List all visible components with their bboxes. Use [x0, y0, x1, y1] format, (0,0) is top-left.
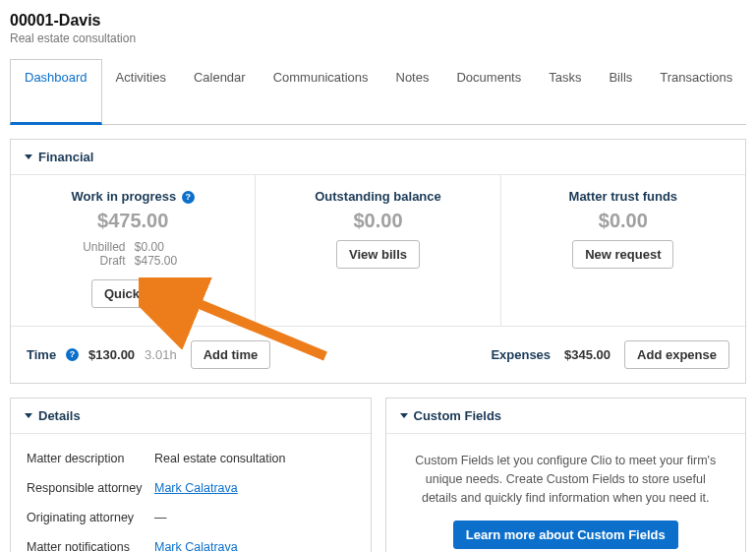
learn-more-button[interactable]: Learn more about Custom Fields — [453, 521, 678, 549]
wip-title: Work in progress — [72, 189, 177, 204]
desc-label: Matter description — [27, 452, 154, 465]
details-title: Details — [38, 408, 81, 423]
add-time-button[interactable]: Add time — [191, 340, 271, 369]
desc-value: Real estate consultation — [154, 452, 355, 465]
custom-fields-panel: Custom Fields Custom Fields let you conf… — [385, 398, 747, 552]
resp-attorney-link[interactable]: Mark Calatrava — [154, 481, 238, 495]
notif-label: Matter notifications — [27, 540, 154, 552]
tab-bills[interactable]: Bills — [595, 59, 646, 124]
tab-tasks[interactable]: Tasks — [535, 59, 595, 124]
outstanding-column: Outstanding balance $0.00 View bills — [256, 175, 500, 326]
trust-column: Matter trust funds $0.00 New request — [501, 175, 745, 326]
tab-documents[interactable]: Documents — [442, 59, 535, 124]
matter-title: 00001-Davis — [10, 12, 746, 30]
custom-fields-title: Custom Fields — [414, 408, 502, 423]
expenses-amount: $345.00 — [564, 347, 611, 362]
wip-breakdown: Unbilled $0.00 Draft $475.00 — [72, 240, 193, 268]
caret-down-icon — [400, 413, 408, 418]
tab-notes[interactable]: Notes — [382, 59, 443, 124]
time-expense-row: Time ? $130.00 3.01h Add time Expenses $… — [11, 326, 745, 383]
unbilled-value: $0.00 — [135, 240, 194, 254]
trust-amount: $0.00 — [511, 210, 735, 232]
tab-activities[interactable]: Activities — [102, 59, 180, 124]
tab-bar: Dashboard Activities Calendar Communicat… — [10, 59, 746, 125]
tab-transactions[interactable]: Transactions — [646, 59, 746, 124]
wip-amount: $475.00 — [21, 210, 245, 232]
trust-title: Matter trust funds — [511, 189, 735, 204]
matter-subtitle: Real estate consultation — [10, 31, 746, 45]
view-bills-button[interactable]: View bills — [336, 240, 420, 269]
financial-title: Financial — [38, 150, 93, 164]
orig-value: — — [154, 511, 355, 524]
details-header[interactable]: Details — [11, 399, 371, 433]
unbilled-label: Unbilled — [72, 240, 131, 254]
outstanding-amount: $0.00 — [265, 210, 490, 232]
tab-communications[interactable]: Communications — [260, 59, 382, 124]
financial-header[interactable]: Financial — [11, 140, 745, 174]
expenses-label: Expenses — [491, 347, 551, 362]
time-amount: $130.00 — [88, 347, 135, 362]
resp-label: Responsible attorney — [27, 481, 154, 495]
caret-down-icon — [25, 413, 32, 418]
custom-fields-text: Custom Fields let you configure Clio to … — [408, 452, 725, 507]
draft-label: Draft — [72, 254, 131, 268]
help-icon[interactable]: ? — [66, 348, 79, 361]
details-panel: Details Matter description Real estate c… — [10, 398, 372, 552]
orig-label: Originating attorney — [27, 511, 154, 524]
tab-dashboard[interactable]: Dashboard — [10, 59, 102, 125]
tab-clio-cocounsel[interactable]: Clio for Co-Counsel — [746, 59, 756, 124]
wip-column: Work in progress ? $475.00 Unbilled $0.0… — [11, 175, 256, 326]
add-expense-button[interactable]: Add expense — [624, 340, 729, 369]
time-label: Time — [27, 347, 56, 362]
outstanding-title: Outstanding balance — [265, 189, 490, 204]
help-icon[interactable]: ? — [182, 191, 195, 204]
draft-value: $475.00 — [135, 254, 194, 268]
financial-panel: Financial Work in progress ? $475.00 Unb… — [10, 139, 746, 384]
quick-bill-button[interactable]: Quick bill — [91, 279, 175, 308]
caret-down-icon — [25, 154, 32, 159]
notif-link[interactable]: Mark Calatrava — [154, 540, 238, 552]
tab-calendar[interactable]: Calendar — [180, 59, 260, 124]
time-hours: 3.01h — [145, 347, 177, 362]
new-request-button[interactable]: New request — [572, 240, 673, 269]
custom-fields-header[interactable]: Custom Fields — [386, 399, 746, 433]
